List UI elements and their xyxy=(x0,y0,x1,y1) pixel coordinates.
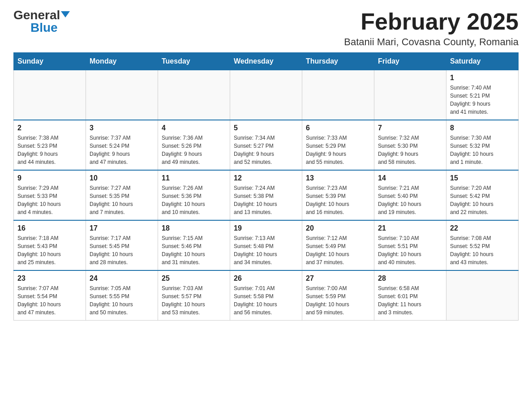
calendar-day-cell: 15Sunrise: 7:20 AM Sunset: 5:42 PM Dayli… xyxy=(446,170,519,220)
day-number: 7 xyxy=(378,124,442,132)
calendar-day-cell xyxy=(230,70,302,120)
calendar-day-cell: 1Sunrise: 7:40 AM Sunset: 5:21 PM Daylig… xyxy=(446,70,519,120)
calendar-week-row: 1Sunrise: 7:40 AM Sunset: 5:21 PM Daylig… xyxy=(14,70,519,120)
calendar-day-cell: 8Sunrise: 7:30 AM Sunset: 5:32 PM Daylig… xyxy=(446,120,519,170)
day-info: Sunrise: 7:13 AM Sunset: 5:48 PM Dayligh… xyxy=(234,234,298,266)
title-section: February 2025 Batanii Mari, Covasna Coun… xyxy=(344,9,519,48)
weekday-header: Sunday xyxy=(14,53,86,70)
calendar-day-cell xyxy=(374,70,446,120)
day-number: 22 xyxy=(450,224,515,232)
day-number: 1 xyxy=(450,74,515,82)
calendar-day-cell: 10Sunrise: 7:27 AM Sunset: 5:35 PM Dayli… xyxy=(86,170,158,220)
calendar-day-cell: 21Sunrise: 7:10 AM Sunset: 5:51 PM Dayli… xyxy=(374,220,446,270)
day-number: 18 xyxy=(162,224,226,232)
calendar-day-cell: 14Sunrise: 7:21 AM Sunset: 5:40 PM Dayli… xyxy=(374,170,446,220)
day-number: 26 xyxy=(234,274,298,283)
calendar-day-cell: 20Sunrise: 7:12 AM Sunset: 5:49 PM Dayli… xyxy=(302,220,374,270)
calendar-day-cell: 4Sunrise: 7:36 AM Sunset: 5:26 PM Daylig… xyxy=(158,120,230,170)
calendar-day-cell: 12Sunrise: 7:24 AM Sunset: 5:38 PM Dayli… xyxy=(230,170,302,220)
day-number: 6 xyxy=(306,124,370,132)
day-info: Sunrise: 7:21 AM Sunset: 5:40 PM Dayligh… xyxy=(378,184,442,216)
day-number: 23 xyxy=(17,274,82,283)
calendar-day-cell: 5Sunrise: 7:34 AM Sunset: 5:27 PM Daylig… xyxy=(230,120,302,170)
day-number: 9 xyxy=(17,174,82,182)
calendar-day-cell: 3Sunrise: 7:37 AM Sunset: 5:24 PM Daylig… xyxy=(86,120,158,170)
calendar-header-row: SundayMondayTuesdayWednesdayThursdayFrid… xyxy=(14,53,519,70)
weekday-header: Friday xyxy=(374,53,446,70)
calendar-week-row: 16Sunrise: 7:18 AM Sunset: 5:43 PM Dayli… xyxy=(14,220,519,270)
calendar-day-cell: 25Sunrise: 7:03 AM Sunset: 5:57 PM Dayli… xyxy=(158,270,230,321)
day-info: Sunrise: 7:12 AM Sunset: 5:49 PM Dayligh… xyxy=(306,234,370,266)
calendar-week-row: 23Sunrise: 7:07 AM Sunset: 5:54 PM Dayli… xyxy=(14,270,519,321)
day-info: Sunrise: 7:05 AM Sunset: 5:55 PM Dayligh… xyxy=(90,284,154,317)
logo-blue-text: Blue xyxy=(30,21,58,34)
calendar-day-cell: 22Sunrise: 7:08 AM Sunset: 5:52 PM Dayli… xyxy=(446,220,519,270)
weekday-header: Tuesday xyxy=(158,53,230,70)
calendar-week-row: 9Sunrise: 7:29 AM Sunset: 5:33 PM Daylig… xyxy=(14,170,519,220)
day-number: 19 xyxy=(234,224,298,232)
day-info: Sunrise: 7:08 AM Sunset: 5:52 PM Dayligh… xyxy=(450,234,515,266)
calendar-day-cell: 7Sunrise: 7:32 AM Sunset: 5:30 PM Daylig… xyxy=(374,120,446,170)
day-info: Sunrise: 7:29 AM Sunset: 5:33 PM Dayligh… xyxy=(17,184,82,216)
day-number: 21 xyxy=(378,224,442,232)
day-info: Sunrise: 7:01 AM Sunset: 5:58 PM Dayligh… xyxy=(234,284,298,317)
day-info: Sunrise: 7:40 AM Sunset: 5:21 PM Dayligh… xyxy=(450,84,515,116)
weekday-header: Wednesday xyxy=(230,53,302,70)
day-number: 16 xyxy=(17,224,82,232)
day-number: 15 xyxy=(450,174,515,182)
day-info: Sunrise: 7:07 AM Sunset: 5:54 PM Dayligh… xyxy=(17,284,82,317)
day-info: Sunrise: 7:00 AM Sunset: 5:59 PM Dayligh… xyxy=(306,284,370,317)
day-number: 12 xyxy=(234,174,298,182)
day-number: 5 xyxy=(234,124,298,132)
calendar-day-cell xyxy=(158,70,230,120)
day-info: Sunrise: 7:30 AM Sunset: 5:32 PM Dayligh… xyxy=(450,134,515,166)
day-number: 10 xyxy=(90,174,154,182)
day-number: 20 xyxy=(306,224,370,232)
day-info: Sunrise: 7:27 AM Sunset: 5:35 PM Dayligh… xyxy=(90,184,154,216)
month-title: February 2025 xyxy=(344,9,519,34)
day-info: Sunrise: 7:03 AM Sunset: 5:57 PM Dayligh… xyxy=(162,284,226,317)
calendar-day-cell: 24Sunrise: 7:05 AM Sunset: 5:55 PM Dayli… xyxy=(86,270,158,321)
calendar-day-cell: 16Sunrise: 7:18 AM Sunset: 5:43 PM Dayli… xyxy=(14,220,86,270)
day-info: Sunrise: 7:33 AM Sunset: 5:29 PM Dayligh… xyxy=(306,134,370,166)
day-info: Sunrise: 7:17 AM Sunset: 5:45 PM Dayligh… xyxy=(90,234,154,266)
day-number: 2 xyxy=(17,124,82,132)
day-info: Sunrise: 7:20 AM Sunset: 5:42 PM Dayligh… xyxy=(450,184,515,216)
calendar-day-cell: 11Sunrise: 7:26 AM Sunset: 5:36 PM Dayli… xyxy=(158,170,230,220)
day-number: 25 xyxy=(162,274,226,283)
day-info: Sunrise: 7:26 AM Sunset: 5:36 PM Dayligh… xyxy=(162,184,226,216)
day-info: Sunrise: 7:24 AM Sunset: 5:38 PM Dayligh… xyxy=(234,184,298,216)
calendar-day-cell: 17Sunrise: 7:17 AM Sunset: 5:45 PM Dayli… xyxy=(86,220,158,270)
calendar-table: SundayMondayTuesdayWednesdayThursdayFrid… xyxy=(13,52,519,321)
day-info: Sunrise: 7:34 AM Sunset: 5:27 PM Dayligh… xyxy=(234,134,298,166)
day-number: 4 xyxy=(162,124,226,132)
day-info: Sunrise: 6:58 AM Sunset: 6:01 PM Dayligh… xyxy=(378,284,442,317)
day-number: 24 xyxy=(90,274,154,283)
day-number: 27 xyxy=(306,274,370,283)
location-title: Batanii Mari, Covasna County, Romania xyxy=(344,36,519,48)
calendar-day-cell xyxy=(14,70,86,120)
weekday-header: Monday xyxy=(86,53,158,70)
logo-general-text: General xyxy=(13,9,60,21)
logo: General Blue xyxy=(13,9,70,34)
calendar-day-cell: 26Sunrise: 7:01 AM Sunset: 5:58 PM Dayli… xyxy=(230,270,302,321)
calendar-day-cell: 27Sunrise: 7:00 AM Sunset: 5:59 PM Dayli… xyxy=(302,270,374,321)
day-info: Sunrise: 7:37 AM Sunset: 5:24 PM Dayligh… xyxy=(90,134,154,166)
day-number: 17 xyxy=(90,224,154,232)
calendar-day-cell: 6Sunrise: 7:33 AM Sunset: 5:29 PM Daylig… xyxy=(302,120,374,170)
calendar-day-cell: 9Sunrise: 7:29 AM Sunset: 5:33 PM Daylig… xyxy=(14,170,86,220)
day-number: 14 xyxy=(378,174,442,182)
day-info: Sunrise: 7:36 AM Sunset: 5:26 PM Dayligh… xyxy=(162,134,226,166)
day-number: 13 xyxy=(306,174,370,182)
calendar-day-cell xyxy=(446,270,519,321)
day-number: 11 xyxy=(162,174,226,182)
day-info: Sunrise: 7:32 AM Sunset: 5:30 PM Dayligh… xyxy=(378,134,442,166)
day-number: 8 xyxy=(450,124,515,132)
day-number: 28 xyxy=(378,274,442,283)
calendar-day-cell: 18Sunrise: 7:15 AM Sunset: 5:46 PM Dayli… xyxy=(158,220,230,270)
weekday-header: Thursday xyxy=(302,53,374,70)
day-number: 3 xyxy=(90,124,154,132)
calendar-day-cell: 28Sunrise: 6:58 AM Sunset: 6:01 PM Dayli… xyxy=(374,270,446,321)
calendar-week-row: 2Sunrise: 7:38 AM Sunset: 5:23 PM Daylig… xyxy=(14,120,519,170)
calendar-day-cell xyxy=(302,70,374,120)
